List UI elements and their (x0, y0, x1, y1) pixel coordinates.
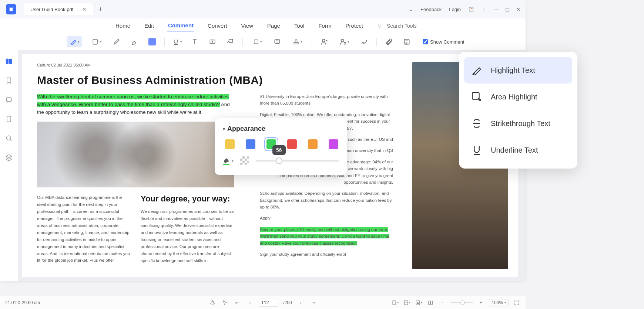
slider-thumb[interactable] (276, 157, 282, 164)
svg-text:%: % (417, 302, 419, 304)
note-tool[interactable]: ▾ (89, 36, 104, 47)
show-comment-checkbox[interactable] (423, 39, 428, 44)
right-highlighted[interactable]: Secure your place at IU easily and witho… (260, 227, 389, 245)
comments-panel-icon[interactable] (4, 95, 13, 104)
zoom-out-icon[interactable]: − (439, 299, 446, 306)
svg-rect-2 (469, 7, 473, 11)
first-page-icon[interactable]: ⇤ (234, 299, 241, 306)
zoom-in-icon[interactable]: + (477, 299, 484, 306)
last-page-icon[interactable]: ⇥ (310, 299, 317, 306)
share-icon[interactable] (468, 6, 474, 12)
svg-rect-14 (6, 59, 9, 64)
more-menu-icon[interactable]: ⋮ (482, 7, 486, 12)
flyout-underline[interactable]: Underline Text (464, 137, 572, 163)
color-red[interactable] (287, 139, 297, 149)
col-mid-body: We design our programmes and courses to … (141, 208, 234, 264)
search-panel-icon[interactable] (4, 134, 13, 143)
menu-edit[interactable]: Edit (144, 20, 155, 31)
tab-close-icon[interactable]: ✕ (82, 6, 87, 12)
reading-mode-icon[interactable] (427, 299, 434, 306)
shape-tool[interactable]: ▾ (249, 36, 265, 47)
eraser-tool[interactable] (129, 36, 140, 47)
flyout-highlight-text[interactable]: Highlight Text (464, 57, 572, 84)
text-tool[interactable] (189, 36, 200, 47)
next-page-icon[interactable]: › (297, 299, 305, 306)
right-apply: Apply (260, 215, 393, 221)
search-tools-input[interactable] (387, 23, 431, 29)
comment-toolbar: ▾ ▾ ▾ (0, 33, 526, 50)
color-purple[interactable] (329, 139, 338, 149)
flyout-label: Strikethrough Text (491, 119, 550, 128)
prev-page-icon[interactable]: ‹ (246, 299, 254, 306)
document-tab[interactable]: User Guild Book.pdf ✕ (24, 3, 93, 15)
fit-width-icon[interactable]: ▾ (391, 299, 399, 306)
svg-point-3 (378, 24, 381, 27)
opacity-value-tooltip: 56 (272, 145, 286, 155)
maximize-button[interactable]: ▢ (505, 7, 510, 12)
svg-point-18 (6, 136, 11, 140)
highlighted-text[interactable]: With the sweltering heat of summer upon … (37, 94, 229, 107)
user-settings-tool[interactable]: ▾ (336, 36, 352, 47)
page-number-input[interactable] (259, 299, 278, 307)
flyout-area-highlight[interactable]: Area Highlight (464, 84, 572, 110)
lightbulb-icon (376, 23, 383, 29)
chevron-down-icon[interactable]: ⌄ (409, 7, 413, 12)
svg-rect-20 (393, 300, 396, 305)
menu-home[interactable]: Home (115, 20, 131, 31)
add-user-tool[interactable] (319, 36, 330, 47)
feedback-link[interactable]: Feedback (420, 7, 442, 12)
transparency-icon[interactable] (240, 156, 249, 165)
fullscreen-icon[interactable] (513, 299, 520, 306)
sticky-note-tool[interactable] (272, 36, 283, 47)
bookmarks-panel-icon[interactable] (4, 76, 13, 85)
hand-tool-icon[interactable] (208, 299, 216, 306)
fit-page-icon[interactable]: ▾ (403, 299, 410, 306)
underline-icon (470, 143, 483, 157)
underline-tool[interactable]: ▾ (171, 36, 182, 47)
show-comment-label: Show Comment (430, 39, 464, 45)
show-comment-toggle[interactable]: Show Comment (423, 39, 464, 45)
appearance-popup: Appearance ▾ 56 (215, 118, 347, 175)
signature-tool[interactable] (359, 36, 370, 47)
menu-view[interactable]: View (241, 20, 254, 31)
menu-comment[interactable]: Comment (167, 20, 194, 31)
opacity-slider[interactable]: 56 (256, 160, 339, 162)
color-orange[interactable] (308, 139, 318, 149)
color-swatch-tool[interactable] (147, 36, 158, 47)
menu-protect[interactable]: Protect (345, 20, 364, 31)
layers-panel-icon[interactable] (4, 153, 13, 162)
appearance-title[interactable]: Appearance (223, 125, 339, 133)
stamp-tool[interactable]: ▾ (289, 36, 305, 47)
attachments-panel-icon[interactable] (4, 115, 13, 123)
new-tab-button[interactable]: + (98, 6, 103, 13)
color-yellow[interactable] (225, 139, 235, 149)
menu-form[interactable]: Form (318, 20, 332, 31)
login-link[interactable]: Login (449, 7, 461, 12)
highlight-menu-flyout: Highlight Text Area Highlight Strikethro… (459, 52, 577, 169)
zoom-mode-icon[interactable]: %▾ (415, 299, 422, 306)
pencil-tool[interactable] (111, 36, 122, 47)
page-dimensions: 21.01 X 29.69 cm (5, 300, 40, 305)
menu-convert[interactable]: Convert (207, 20, 228, 31)
flyout-strikethrough[interactable]: Strikethrough Text (464, 110, 572, 137)
zoom-select[interactable]: 100%▾ (489, 299, 509, 306)
textbox-tool[interactable] (207, 36, 218, 47)
svg-rect-4 (93, 39, 97, 44)
svg-point-12 (344, 43, 346, 44)
menu-page[interactable]: Page (266, 20, 281, 31)
select-tool-icon[interactable] (221, 299, 228, 306)
close-button[interactable]: ✕ (516, 7, 520, 12)
zoom-slider[interactable] (450, 302, 473, 303)
fill-color-dropdown[interactable]: ▾ (223, 157, 234, 165)
thumbnails-panel-icon[interactable] (4, 57, 13, 66)
minimize-button[interactable]: — (494, 7, 499, 12)
comments-list-tool[interactable] (401, 36, 412, 47)
app-logo-icon (6, 4, 16, 14)
menu-tool[interactable]: Tool (294, 20, 305, 31)
callout-tool[interactable] (225, 36, 236, 47)
svg-point-10 (322, 39, 325, 42)
color-blue[interactable] (246, 139, 255, 149)
highlight-tool[interactable]: ▾ (67, 36, 82, 47)
article-image (37, 122, 234, 187)
attachment-tool[interactable] (383, 36, 395, 47)
